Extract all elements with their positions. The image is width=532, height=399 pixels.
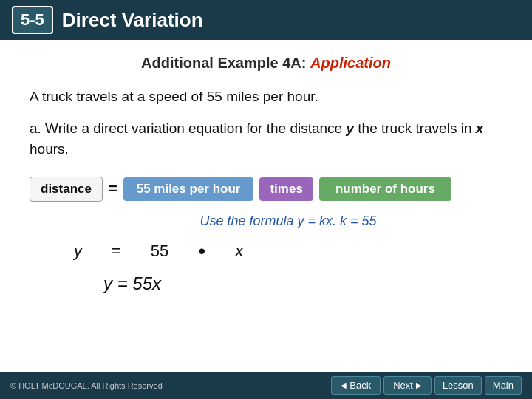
math-row: y = 55 • x <box>74 241 502 262</box>
next-button[interactable]: Next ▶ <box>383 376 432 395</box>
subtitle-prefix: Additional Example 4A: <box>141 55 310 71</box>
value-55: 55 <box>151 242 168 261</box>
miles-box: 55 miles per hour <box>123 177 254 201</box>
times-box: times <box>259 177 313 201</box>
intro-text: A truck travels at a speed of 55 miles p… <box>30 86 502 108</box>
copyright-text: © HOLT McDOUGAL. All Rights Reserved <box>10 381 163 390</box>
main-button[interactable]: Main <box>485 376 522 395</box>
main-content: Additional Example 4A: Application A tru… <box>0 40 532 309</box>
nav-buttons: ◀ Back Next ▶ Lesson Main <box>331 376 522 395</box>
lesson-button[interactable]: Lesson <box>434 376 482 395</box>
formula-text: Use the formula y = kx. k = 55 <box>74 214 502 229</box>
lesson-badge: 5-5 <box>12 6 53 34</box>
subtitle: Additional Example 4A: Application <box>30 55 502 72</box>
hours-box: number of hours <box>319 177 451 201</box>
question-text: a. Write a direct variation equation for… <box>30 118 502 160</box>
bullet-symbol: • <box>198 241 205 262</box>
back-button[interactable]: ◀ Back <box>331 376 381 395</box>
equals-sign-2: = <box>112 242 121 261</box>
footer: © HOLT McDOUGAL. All Rights Reserved ◀ B… <box>0 372 532 399</box>
next-arrow-icon: ▶ <box>416 381 422 389</box>
equation-row: distance = 55 miles per hour times numbe… <box>30 177 502 202</box>
y-variable: y <box>74 242 82 261</box>
subtitle-highlight: Application <box>310 55 391 71</box>
equals-sign: = <box>109 180 117 197</box>
x-variable: x <box>235 242 243 261</box>
back-arrow-icon: ◀ <box>341 381 347 389</box>
page-title: Direct Variation <box>62 9 203 32</box>
header: 5-5 Direct Variation <box>0 0 532 40</box>
final-equation: y = 55x <box>103 273 502 294</box>
distance-box: distance <box>30 177 103 202</box>
